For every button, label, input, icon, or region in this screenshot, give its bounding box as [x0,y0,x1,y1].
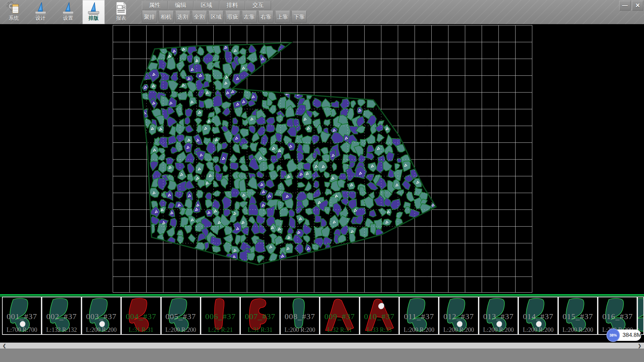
piece-lr-label: L:33 R:33 [360,326,398,334]
thumbnail-cell-8[interactable]: 008_#37L:200 R:200 [280,297,320,335]
status-bar [0,349,644,362]
piece-lr-label: L:200 R:200 [162,326,200,334]
ruler-icon [86,1,101,16]
thumbnail-cell-1[interactable]: 001_#37L:700 R:700 [2,297,42,335]
piece-id-label: 013_#37 [479,312,518,321]
nav-item-4[interactable]: 排版 [83,0,105,24]
piece-id-label: 010_#37 [360,312,398,321]
thumbnail-cell-2[interactable]: 002_#37L:132 R:132 [42,297,81,335]
piece-lr-label: L:132 R:132 [42,326,80,334]
thumbnail-cell-12[interactable]: 012_#37L:200 R:200 [439,297,478,335]
piece-id-label: 008_#37 [281,312,319,321]
memory-value: 384.8M [623,329,644,341]
tool-button-5[interactable]: 区域 [208,11,223,23]
piece-id-label: 005_#37 [162,312,200,321]
nav-item-label: 系统 [3,15,25,21]
canvas-area [0,24,644,294]
piece-lr-label: L:200 R:200 [479,326,518,334]
piece-id-label: 012_#37 [439,312,478,321]
thumbnail-cell-15[interactable]: 015_#37L:200 R:200 [558,297,598,335]
thumbnail-cell-3[interactable]: 003_#37L:200 R:200 [82,297,121,335]
thumbnail-cell-14[interactable]: 014_#37L:200 R:200 [518,297,558,335]
piece-lr-label: L:200 R:200 [82,326,120,334]
piece-lr-label: L:200 R:200 [439,326,478,334]
scroll-left-arrow[interactable]: ❮ [0,343,9,349]
piece-lr-label: L:200 R:200 [519,326,557,334]
ruler-icon [61,1,75,16]
nesting-canvas[interactable] [0,24,644,294]
tool-button-6[interactable]: 瑕疵 [225,11,240,23]
piece-id-label: 003_#37 [82,312,120,321]
menu-tab-4[interactable]: 排料 [219,1,245,10]
piece-lr-label: L:21 R:21 [201,326,239,334]
app-window: 系统设计设置排版报表 属性编辑区域排料交互 聚排相机选割全割区域瑕疵左靠右靠上靠… [0,0,644,362]
thumbnail-cell-9[interactable]: 009_#37L:32 R:31 [320,297,359,335]
nav-item-label: 设置 [57,15,79,21]
nav-item-label: 排版 [83,15,105,21]
thumbnail-cell-7[interactable]: 007_#37L:31 R:31 [240,297,280,335]
status-badge[interactable]: 38% 384.8M [607,329,641,341]
piece-lr-label: L:700 R:700 [3,326,41,334]
piece-shape [637,298,644,334]
piece-id-label: 006_#37 [201,312,239,321]
piece-id-label: 004_#37 [122,312,160,321]
piece-id-label: 015_#37 [559,312,597,321]
tool-button-1[interactable]: 聚排 [142,11,157,23]
menu-tab-3[interactable]: 区域 [194,1,219,10]
piece-lr-label: L:200 R:200 [559,326,597,334]
tool-button-10[interactable]: 下靠 [291,11,307,23]
close-button[interactable]: ✕ [632,1,643,11]
nav-item-2[interactable]: 设计 [30,0,52,24]
thumbnail-cell-11[interactable]: 011_#37L:200 R:200 [399,297,439,335]
piece-lr-label: L:31 R:31 [122,326,160,334]
nav-item-1[interactable]: 系统 [3,0,25,24]
nav-item-3[interactable]: 设置 [57,0,79,24]
piece-id-label: 016_#37 [598,312,637,321]
thumbnail-cell-13[interactable]: 013_#37L:200 R:200 [479,297,518,335]
piece-lr-label: L:200 R:200 [281,326,319,334]
piece-id-label: 007_#37 [241,312,279,321]
toolbar: 系统设计设置排版报表 属性编辑区域排料交互 聚排相机选割全割区域瑕疵左靠右靠上靠… [0,0,644,24]
progress-percent: 38% [606,328,620,342]
thumbnail-cell-6[interactable]: 006_#37L:21 R:21 [201,297,240,335]
menu-tab-2[interactable]: 编辑 [168,1,194,10]
tool-button-7[interactable]: 左靠 [242,11,257,23]
strip-divider-line [0,294,644,296]
piece-lr-label: L:31 R:31 [241,326,279,334]
piece-lr-label: L:200 R:200 [400,326,438,334]
thumbnail-cell-5[interactable]: 005_#37L:200 R:200 [161,297,201,335]
thumbnail-strip: 001_#37L:700 R:700002_#37L:132 R:132003_… [0,294,644,343]
nav-item-label: 设计 [30,15,52,21]
tool-button-3[interactable]: 选割 [175,11,190,23]
horizontal-scrollbar[interactable]: ❮ ❯ [0,343,644,349]
tool-button-2[interactable]: 相机 [159,11,174,23]
tool-button-8[interactable]: 右靠 [258,11,273,23]
menu-tab-1[interactable]: 属性 [142,1,168,10]
tool-button-9[interactable]: 上靠 [275,11,290,23]
piece-id-label: 002_#37 [42,312,80,321]
piece-id-label: 001_#37 [3,312,41,321]
piece-id-label: 011_#37 [400,312,438,321]
piece-id-label: 009_#37 [320,312,359,321]
scroll-right-arrow[interactable]: ❯ [635,343,644,349]
minimize-button[interactable]: — [619,1,631,11]
tool-button-4[interactable]: 全割 [192,11,207,23]
thumbnail-cell-17-partial[interactable] [637,297,644,335]
piece-id-label: 014_#37 [519,312,557,321]
ruler-icon [33,1,48,16]
menu-tab-5[interactable]: 交互 [245,1,271,10]
thumbnail-cell-16[interactable]: 016_#37L:200 R:200 [598,297,637,335]
piece-lr-label: L:32 R:31 [320,326,359,334]
gear-icon [6,1,21,16]
thumbnail-cell-4[interactable]: 004_#37L:31 R:31 [121,297,161,335]
report-icon [114,1,128,16]
nav-item-5[interactable]: 报表 [110,0,132,24]
nav-item-label: 报表 [110,15,132,21]
thumbnail-cell-10[interactable]: 010_#37L:33 R:33 [360,297,399,335]
